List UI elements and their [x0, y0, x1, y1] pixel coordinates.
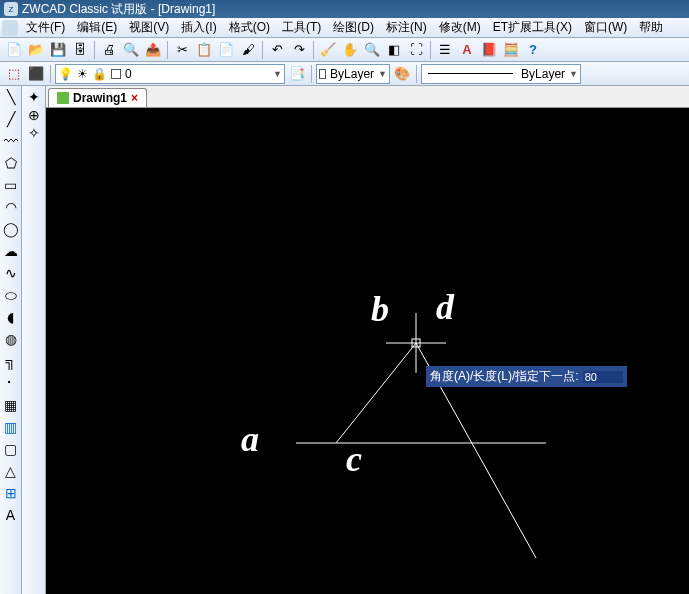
modify-toolbar: ✦ ⊕ ✧ [22, 86, 46, 594]
canvas-svg [46, 108, 689, 594]
dwg-icon [57, 92, 69, 104]
separator [313, 41, 314, 59]
separator [262, 41, 263, 59]
bulb-icon: 💡 [58, 67, 73, 81]
spline-icon[interactable]: ∿ [2, 264, 20, 282]
block-icon[interactable]: ╗ [2, 352, 20, 370]
region-icon[interactable]: ▢ [2, 440, 20, 458]
redo-icon[interactable]: ↷ [289, 40, 309, 60]
text-icon[interactable]: A [2, 506, 20, 524]
wipeout-icon[interactable]: △ [2, 462, 20, 480]
zoom-icon[interactable]: 🔍 [362, 40, 382, 60]
chevron-down-icon: ▼ [569, 69, 578, 79]
preview-icon[interactable]: 🔍 [121, 40, 141, 60]
polygon-icon[interactable]: ⬠ [2, 154, 20, 172]
open-icon[interactable]: 📂 [26, 40, 46, 60]
new-icon[interactable]: 📄 [4, 40, 24, 60]
props-icon[interactable]: ☰ [435, 40, 455, 60]
circle-icon[interactable]: ◯ [2, 220, 20, 238]
color-combo[interactable]: ByLayer ▼ [316, 64, 390, 84]
xline-icon[interactable]: ╱ [2, 110, 20, 128]
app-logo-icon: Z [4, 2, 18, 16]
table-icon[interactable]: ⊞ [2, 484, 20, 502]
lock-icon: 🔒 [92, 67, 107, 81]
dynamic-input[interactable]: 角度(A)/长度(L)/指定下一点: [426, 366, 627, 387]
hatch-icon[interactable]: ▦ [2, 396, 20, 414]
document-tabs: Drawing1 × [46, 86, 689, 108]
save-icon[interactable]: 💾 [48, 40, 68, 60]
drawing-canvas[interactable]: a b c d 角度(A)/长度(L)/指定下一点: [46, 108, 689, 594]
help-icon[interactable]: ? [523, 40, 543, 60]
menu-et[interactable]: ET扩展工具(X) [487, 17, 578, 38]
separator [311, 65, 312, 83]
menu-file[interactable]: 文件(F) [20, 17, 71, 38]
layerstate-icon[interactable]: ⬛ [26, 64, 46, 84]
t3-icon[interactable]: ✧ [25, 124, 43, 142]
donut-icon[interactable]: ◍ [2, 330, 20, 348]
book-icon[interactable]: 📕 [479, 40, 499, 60]
separator [167, 41, 168, 59]
matchprop-icon[interactable]: 🖌 [238, 40, 258, 60]
layerprops-icon[interactable]: ⬚ [4, 64, 24, 84]
pline-icon[interactable]: 〰 [2, 132, 20, 150]
layer-color-icon [111, 69, 121, 79]
copy-icon[interactable]: 📋 [194, 40, 214, 60]
ellipsearc-icon[interactable]: ◖ [2, 308, 20, 326]
point-icon[interactable]: ⠂ [2, 374, 20, 392]
menu-dim[interactable]: 标注(N) [380, 17, 433, 38]
color-swatch-icon [319, 69, 326, 79]
title-bar: Z ZWCAD Classic 试用版 - [Drawing1] [0, 0, 689, 18]
tab-drawing1[interactable]: Drawing1 × [48, 88, 147, 107]
ellipse-icon[interactable]: ⬭ [2, 286, 20, 304]
menu-insert[interactable]: 插入(I) [175, 17, 222, 38]
draw-toolbar: ╲ ╱ 〰 ⬠ ▭ ◠ ◯ ☁ ∿ ⬭ ◖ ◍ ╗ ⠂ ▦ ▥ ▢ △ ⊞ A [0, 86, 22, 594]
cut-icon[interactable]: ✂ [172, 40, 192, 60]
undo-icon[interactable]: ↶ [267, 40, 287, 60]
menu-help[interactable]: 帮助 [633, 17, 669, 38]
line-sample-icon [428, 73, 513, 74]
standard-toolbar: 📄 📂 💾 🗄 🖨 🔍 📤 ✂ 📋 📄 🖌 ↶ ↷ 🧹 ✋ 🔍 ◧ ⛶ ☰ A … [0, 38, 689, 62]
chevron-down-icon: ▼ [378, 69, 387, 79]
pan-icon[interactable]: ✋ [340, 40, 360, 60]
menu-view[interactable]: 视图(V) [123, 17, 175, 38]
close-icon[interactable]: × [131, 91, 138, 105]
window-title: ZWCAD Classic 试用版 - [Drawing1] [22, 1, 215, 18]
sun-icon: ☀ [77, 67, 88, 81]
bookA-icon[interactable]: A [457, 40, 477, 60]
menu-edit[interactable]: 编辑(E) [71, 17, 123, 38]
rect-icon[interactable]: ▭ [2, 176, 20, 194]
menu-draw[interactable]: 绘图(D) [327, 17, 380, 38]
tab-label: Drawing1 [73, 91, 127, 105]
zoomwin-icon[interactable]: ◧ [384, 40, 404, 60]
separator [94, 41, 95, 59]
svg-line-1 [336, 343, 416, 443]
revcloud-icon[interactable]: ☁ [2, 242, 20, 260]
publish-icon[interactable]: 📤 [143, 40, 163, 60]
arc-icon[interactable]: ◠ [2, 198, 20, 216]
layermgr-icon[interactable]: 📑 [287, 64, 307, 84]
layer-combo[interactable]: 💡 ☀ 🔒 0 ▼ [55, 64, 285, 84]
line-icon[interactable]: ╲ [2, 88, 20, 106]
app-menu-icon[interactable] [2, 20, 18, 36]
chevron-down-icon: ▼ [273, 69, 282, 79]
work-area: ╲ ╱ 〰 ⬠ ▭ ◠ ◯ ☁ ∿ ⬭ ◖ ◍ ╗ ⠂ ▦ ▥ ▢ △ ⊞ A … [0, 86, 689, 594]
paste-icon[interactable]: 📄 [216, 40, 236, 60]
gradient-icon[interactable]: ▥ [2, 418, 20, 436]
print-icon[interactable]: 🖨 [99, 40, 119, 60]
prompt-label: 角度(A)/长度(L)/指定下一点: [430, 368, 579, 385]
calc-icon[interactable]: 🧮 [501, 40, 521, 60]
menu-tools[interactable]: 工具(T) [276, 17, 327, 38]
menu-format[interactable]: 格式(O) [223, 17, 276, 38]
t1-icon[interactable]: ✦ [25, 88, 43, 106]
menu-modify[interactable]: 修改(M) [433, 17, 487, 38]
erase-icon[interactable]: 🧹 [318, 40, 338, 60]
menu-window[interactable]: 窗口(W) [578, 17, 633, 38]
layer-name: 0 [125, 67, 132, 81]
saveall-icon[interactable]: 🗄 [70, 40, 90, 60]
menu-bar: 文件(F) 编辑(E) 视图(V) 插入(I) 格式(O) 工具(T) 绘图(D… [0, 18, 689, 38]
zoomext-icon[interactable]: ⛶ [406, 40, 426, 60]
linetype-combo[interactable]: ByLayer ▼ [421, 64, 581, 84]
t2-icon[interactable]: ⊕ [25, 106, 43, 124]
colorpick-icon[interactable]: 🎨 [392, 64, 412, 84]
prompt-input[interactable] [583, 371, 623, 383]
